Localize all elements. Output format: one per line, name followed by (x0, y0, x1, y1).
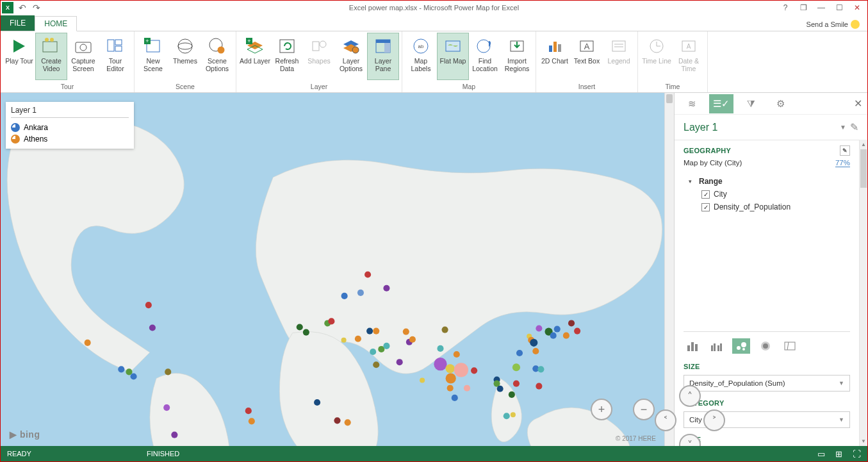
data-point[interactable] (554, 326, 561, 332)
data-point[interactable] (454, 351, 460, 358)
data-point[interactable] (357, 290, 364, 296)
data-point[interactable] (118, 366, 124, 372)
data-point[interactable] (511, 412, 516, 417)
redo-icon[interactable]: ↷ (33, 3, 40, 13)
layer-name-dropdown-icon[interactable]: ▼ (840, 124, 846, 131)
play-tour-button[interactable]: Play Tour (3, 33, 35, 80)
data-point[interactable] (464, 385, 470, 392)
pane-scrollbar[interactable]: ▲ ▼ (859, 140, 867, 446)
data-point[interactable] (383, 285, 389, 292)
data-point[interactable] (345, 419, 351, 425)
maximize-icon[interactable]: ☐ (833, 3, 846, 12)
pane-tab-filter-icon[interactable]: ⧩ (739, 94, 763, 113)
tab-file[interactable]: FILE (1, 15, 35, 31)
data-point[interactable] (249, 418, 255, 424)
data-point[interactable] (364, 271, 371, 277)
themes-button[interactable]: Themes (169, 33, 201, 80)
checkbox-checked-icon[interactable]: ✓ (701, 203, 710, 211)
data-point[interactable] (131, 373, 137, 379)
data-point[interactable] (341, 338, 347, 343)
data-point[interactable] (434, 358, 446, 370)
minimize-icon[interactable]: — (815, 3, 828, 12)
data-point[interactable] (341, 293, 348, 299)
data-point[interactable] (397, 359, 403, 365)
nav-left-button[interactable]: ˂ (655, 409, 676, 431)
data-point[interactable] (446, 373, 456, 383)
find-location-button[interactable]: Find Location (469, 33, 501, 80)
collapse-icon[interactable]: ▾ (689, 178, 695, 185)
data-point[interactable] (403, 329, 409, 335)
pane-tab-layers-icon[interactable]: ≋ (680, 94, 704, 113)
data-point[interactable] (497, 386, 504, 392)
2d-chart-button[interactable]: 2D Chart (539, 33, 571, 80)
pane-close-icon[interactable]: ✕ (854, 97, 862, 110)
flat-map-button[interactable]: Flat Map (437, 33, 469, 80)
data-point[interactable] (532, 348, 539, 354)
data-point[interactable] (171, 432, 177, 438)
close-icon[interactable]: ✕ (851, 3, 864, 12)
field-city[interactable]: ✓ City (689, 188, 850, 201)
new-scene-button[interactable]: +New Scene (137, 33, 169, 80)
data-point[interactable] (303, 329, 309, 336)
tab-home[interactable]: HOME (35, 16, 77, 31)
status-icon-grid[interactable]: ⊞ (835, 449, 842, 459)
data-point[interactable] (420, 377, 425, 383)
layer-options-button[interactable]: Layer Options (335, 33, 367, 80)
data-point[interactable] (328, 318, 334, 324)
data-point[interactable] (536, 325, 542, 331)
import-regions-button[interactable]: Import Regions (501, 33, 533, 80)
viz-bubble-icon[interactable] (732, 338, 750, 354)
data-point[interactable] (245, 408, 252, 414)
data-point[interactable] (334, 417, 340, 424)
viz-clustered-icon[interactable] (708, 338, 726, 354)
nav-up-button[interactable]: ˄ (679, 385, 701, 407)
tour-editor-button[interactable]: Tour Editor (99, 33, 131, 80)
ribbon-display-icon[interactable]: ❐ (797, 3, 810, 12)
field-density[interactable]: ✓ Density_of_Population (689, 201, 850, 213)
map-labels-button[interactable]: abMap Labels (405, 33, 437, 80)
edit-geography-icon[interactable]: ✎ (840, 145, 850, 156)
nav-right-button[interactable]: ˃ (703, 409, 725, 431)
zoom-out-button[interactable]: − (633, 399, 655, 420)
data-point[interactable] (516, 350, 523, 356)
data-point[interactable] (383, 343, 389, 349)
map-legend-panel[interactable]: Layer 1 AnkaraAthens (6, 102, 134, 149)
data-point[interactable] (513, 381, 520, 387)
scene-options-button[interactable]: Scene Options (201, 33, 233, 80)
data-point[interactable] (454, 363, 468, 377)
status-icon-fullscreen[interactable]: ⛶ (853, 449, 861, 459)
data-point[interactable] (509, 392, 515, 398)
help-icon[interactable]: ? (779, 3, 792, 12)
data-point[interactable] (373, 328, 379, 334)
data-point[interactable] (149, 324, 156, 331)
data-point[interactable] (447, 385, 454, 392)
data-point[interactable] (471, 367, 477, 374)
undo-icon[interactable]: ↶ (19, 3, 26, 13)
data-point[interactable] (437, 345, 443, 352)
data-point[interactable] (145, 302, 152, 308)
data-point[interactable] (355, 336, 361, 342)
data-point[interactable] (568, 320, 575, 326)
refresh-data-button[interactable]: Refresh Data (271, 33, 303, 80)
data-point[interactable] (550, 333, 557, 339)
layer-pane-button[interactable]: Layer Pane (367, 33, 399, 80)
add-layer-button[interactable]: +Add Layer (239, 33, 271, 80)
data-point[interactable] (409, 336, 416, 343)
layer-rename-icon[interactable]: ✎ (850, 121, 858, 133)
data-point[interactable] (446, 364, 455, 373)
viz-column-icon[interactable] (684, 338, 701, 354)
data-point[interactable] (530, 339, 537, 347)
data-point[interactable] (536, 383, 542, 390)
create-video-button[interactable]: Create Video (35, 33, 67, 80)
map-viewport[interactable]: Layer 1 AnkaraAthens ˄ ˂ ˃ ˅ + − ▶ bing … (1, 93, 674, 446)
status-icon-image[interactable]: ▭ (817, 449, 825, 459)
data-point[interactable] (373, 361, 379, 368)
data-point[interactable] (314, 399, 320, 406)
viz-heatmap-icon[interactable] (757, 338, 774, 354)
data-point[interactable] (370, 349, 376, 355)
data-point[interactable] (537, 366, 544, 372)
size-field-dropdown[interactable]: Density_of_Population (Sum) ▼ (684, 375, 850, 392)
data-point[interactable] (297, 324, 303, 330)
data-point[interactable] (163, 404, 170, 411)
data-point[interactable] (512, 363, 520, 371)
